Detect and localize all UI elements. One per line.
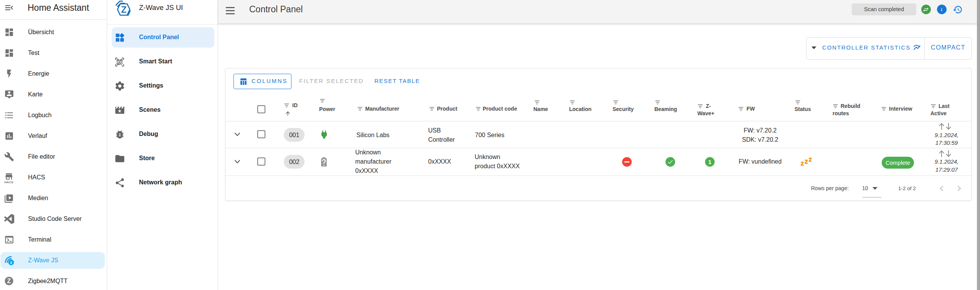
svg-text:z: z <box>10 260 12 265</box>
svg-text:Z: Z <box>7 278 11 284</box>
svg-text:HACS: HACS <box>4 181 13 184</box>
